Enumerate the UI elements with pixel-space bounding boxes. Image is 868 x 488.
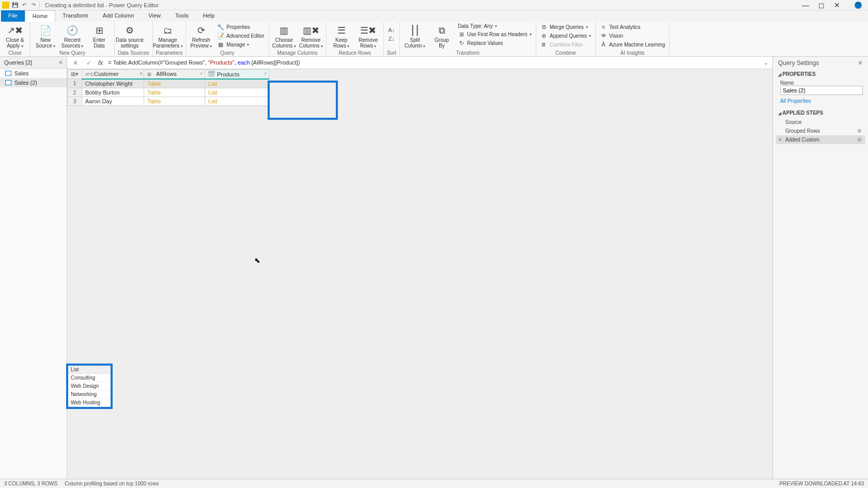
cell-customer[interactable]: Bobby Burton [82, 88, 144, 97]
list-item[interactable]: Consulting [68, 374, 111, 382]
step-source[interactable]: Source [776, 118, 865, 127]
all-properties-link[interactable]: All Properties [780, 98, 863, 104]
first-row-headers-button[interactable]: ⊞Use First Row as Headers [457, 30, 533, 38]
properties-button[interactable]: 🔧Properties [216, 23, 265, 31]
expand-icon[interactable]: ⤢ [264, 71, 267, 76]
tab-file[interactable]: File [1, 10, 25, 22]
step-grouped-rows[interactable]: Grouped Rows⚙ [776, 127, 865, 135]
query-settings-pane: Query Settings ✕ PROPERTIES Name All Pro… [772, 57, 868, 479]
collapse-pane-icon[interactable]: < [59, 59, 63, 66]
expand-formula-icon[interactable]: ⌄ [764, 59, 768, 66]
query-name-input[interactable] [780, 86, 863, 95]
save-icon[interactable]: 💾 [11, 2, 19, 9]
column-header-customer[interactable]: AᵇCCustomer▾ [82, 70, 144, 79]
delete-step-icon[interactable]: ✕ [778, 137, 782, 143]
formula-text[interactable]: = Table.AddColumn(#"Grouped Rows", "Prod… [108, 59, 758, 66]
cell-allrows[interactable]: Table [144, 79, 205, 88]
enter-data-button[interactable]: ⊞Enter Data [87, 23, 111, 49]
gear-icon[interactable]: ⚙ [857, 137, 862, 143]
list-item[interactable]: Networking [68, 390, 111, 399]
recent-sources-button[interactable]: 🕘Recent Sources [60, 23, 84, 49]
close-apply-button[interactable]: ↗✖ Close & Apply [3, 23, 27, 49]
split-column-button[interactable]: ⎮⎮Split Column [403, 23, 427, 49]
maximize-button[interactable]: ◻ [818, 1, 825, 9]
remove-rows-button[interactable]: ☰✖Remove Rows [357, 23, 380, 49]
expand-icon[interactable]: ⤢ [199, 71, 203, 76]
queries-header: Queries [2] < [0, 57, 67, 69]
split-icon: ⎮⎮ [408, 24, 422, 37]
cell-customer[interactable]: Aaron Day [82, 97, 144, 105]
list-item[interactable]: Web Hosting [68, 399, 111, 407]
tab-view[interactable]: View [141, 10, 168, 22]
formula-bar: ✕ ✓ fx = Table.AddColumn(#"Grouped Rows"… [67, 57, 772, 69]
manage-parameters-button[interactable]: 🗂Manage Parameters [156, 23, 180, 49]
close-apply-icon: ↗✖ [8, 24, 22, 37]
cell-products[interactable]: List [205, 88, 269, 97]
tab-transform[interactable]: Transform [55, 10, 96, 22]
table-row[interactable]: 1 Christopher Wright Table List [68, 79, 269, 88]
vision-button[interactable]: 👁Vision [599, 32, 666, 40]
group-icon: ⧉ [435, 24, 449, 37]
step-added-custom[interactable]: ✕Added Custom⚙ [776, 135, 865, 144]
table-row[interactable]: 2 Bobby Burton Table List [68, 88, 269, 97]
append-queries-button[interactable]: ⊕Append Queries [539, 32, 592, 40]
remove-columns-button[interactable]: ▥✖Remove Columns [299, 23, 323, 49]
ribbon: ↗✖ Close & Apply Close 📄New Source 🕘Rece… [0, 22, 868, 57]
fx-icon[interactable]: fx [98, 59, 103, 67]
replace-values-button[interactable]: ↻Replace Values [457, 39, 533, 47]
gear-icon: ⚙ [122, 24, 137, 37]
refresh-preview-button[interactable]: ⟳Refresh Preview [189, 23, 213, 49]
tab-help[interactable]: Help [196, 10, 222, 22]
table-row[interactable]: 3 Aaron Day Table List [68, 97, 269, 105]
data-type-button[interactable]: Data Type: Any [457, 23, 533, 29]
preview-list-header: List [68, 366, 111, 374]
sort-desc-button[interactable]: Z↓ [387, 35, 396, 43]
cancel-formula-icon[interactable]: ✕ [71, 59, 80, 67]
azure-ml-button[interactable]: ÅAzure Machine Learning [599, 40, 666, 49]
text-analytics-button[interactable]: ≡Text Analytics [599, 23, 666, 31]
close-button[interactable]: ✕ [834, 1, 840, 9]
column-header-products[interactable]: ABC123Products⤢ [205, 70, 269, 79]
query-item-sales[interactable]: Sales [0, 69, 67, 78]
advanced-editor-button[interactable]: 📝Advanced Editor [216, 32, 265, 40]
query-item-sales2[interactable]: Sales (2) [0, 78, 67, 87]
tab-add-column[interactable]: Add Column [96, 10, 142, 22]
preview-list-box: List Consulting Web Design Networking We… [66, 364, 113, 409]
data-source-settings-button[interactable]: ⚙Data source settings [118, 23, 142, 49]
cell-allrows[interactable]: Table [144, 97, 205, 105]
recent-sources-icon: 🕘 [65, 24, 80, 37]
merge-queries-button[interactable]: ⧉Merge Queries [539, 23, 592, 31]
menu-tabs: File Home Transform Add Column View Tool… [0, 10, 868, 22]
new-source-button[interactable]: 📄New Source [34, 23, 57, 49]
undo-icon[interactable]: ↶ [21, 2, 28, 9]
tab-home[interactable]: Home [25, 10, 55, 22]
list-item[interactable]: Web Design [68, 382, 111, 390]
manage-button[interactable]: ▦Manage [216, 40, 265, 49]
redo-icon[interactable]: ↷ [30, 2, 37, 9]
cell-customer[interactable]: Christopher Wright [82, 79, 144, 88]
minimize-button[interactable]: — [802, 1, 809, 9]
ribbon-group-close: ↗✖ Close & Apply Close [0, 22, 30, 56]
cell-allrows[interactable]: Table [144, 88, 205, 97]
help-badge-icon[interactable]: ? [855, 2, 862, 9]
keep-rows-button[interactable]: ☰Keep Rows [330, 23, 353, 49]
properties-section-header[interactable]: PROPERTIES [773, 69, 868, 79]
cell-products[interactable]: List [205, 79, 269, 88]
status-columns-rows: 3 COLUMNS, 3 ROWS [4, 481, 57, 486]
filter-icon[interactable]: ▾ [140, 71, 142, 76]
sort-asc-button[interactable]: A↓ [387, 26, 396, 34]
applied-steps-header[interactable]: APPLIED STEPS [773, 108, 868, 118]
cell-products[interactable]: List [205, 97, 269, 105]
close-pane-icon[interactable]: ✕ [858, 59, 863, 67]
highlight-products-column [268, 81, 338, 120]
group-by-button[interactable]: ⧉Group By [430, 23, 454, 49]
tab-tools[interactable]: Tools [168, 10, 196, 22]
choose-columns-button[interactable]: ▥Choose Columns [272, 23, 296, 49]
column-header-allrows[interactable]: ⊞AllRows⤢ [144, 70, 205, 79]
table-corner[interactable]: ⊞▾ [68, 70, 82, 79]
group-label: Query [189, 50, 265, 56]
group-label: Manage Columns [272, 50, 323, 56]
accept-formula-icon[interactable]: ✓ [85, 59, 93, 67]
group-label: Data Sources [118, 50, 149, 56]
gear-icon[interactable]: ⚙ [857, 128, 862, 134]
